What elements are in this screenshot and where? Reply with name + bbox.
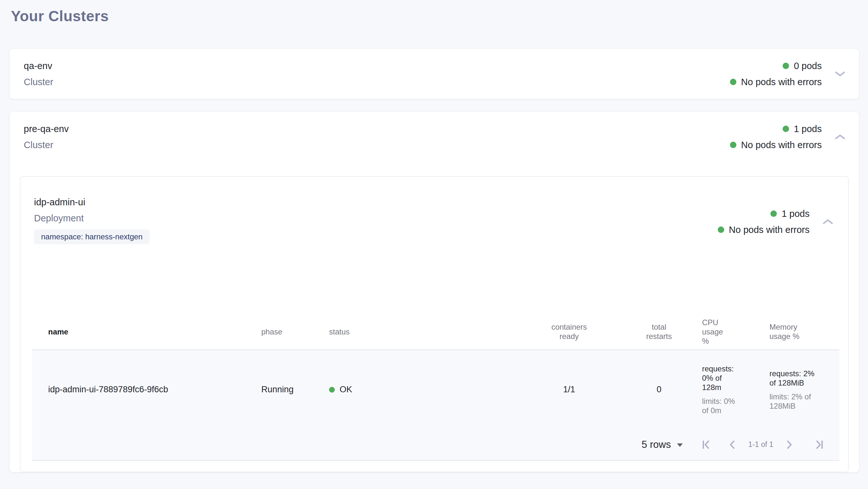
cluster-identity: pre-qa-env Cluster [24,121,69,153]
first-page-button[interactable] [702,440,711,450]
deployment-status: 1 pods No pods with errors [718,206,833,238]
cluster-identity: qa-env Cluster [24,58,53,90]
column-header-status: status [319,327,518,336]
pods-count-dot-icon [783,126,789,132]
pods-errors-label: No pods with errors [729,225,810,235]
previous-page-button[interactable] [728,440,737,450]
memory-requests: requests: 2% of 128MiB [770,369,815,387]
pod-total-restarts-cell: 0 [620,384,698,395]
status-ok-dot-icon [329,387,335,393]
namespace-badge: namespace: harness-nextgen [34,229,150,244]
deployment-header[interactable]: idp-admin-ui Deployment namespace: harne… [21,177,848,244]
chevron-up-icon[interactable] [823,219,833,225]
deployment-type: Deployment [34,210,150,226]
column-header-phase: phase [250,327,319,336]
cluster-type: Cluster [24,74,53,90]
pods-errors-dot-icon [730,142,736,148]
cluster-card-qa-env-header[interactable]: qa-env Cluster 0 pods No pods with error… [10,49,859,99]
deployment-identity: idp-admin-ui Deployment namespace: harne… [34,194,150,244]
pods-table: name phase status containers ready total… [32,314,839,461]
pods-errors-label: No pods with errors [741,140,822,150]
column-header-total-restarts: total restarts [620,322,698,341]
cluster-card-pre-qa-env: pre-qa-env Cluster 1 pods No pods with e… [10,112,859,472]
deployment-card-idp-admin-ui: idp-admin-ui Deployment namespace: harne… [20,176,849,472]
last-page-button[interactable] [814,440,824,450]
deployment-name: idp-admin-ui [34,194,150,210]
cluster-card-pre-qa-env-header[interactable]: pre-qa-env Cluster 1 pods No pods with e… [10,112,859,162]
column-header-name: name [32,327,250,336]
table-pagination: 5 rows 1-1 of 1 [32,429,839,460]
column-header-memory-usage: Memory usage % [767,322,840,341]
pods-table-header-row: name phase status containers ready total… [32,314,839,350]
cluster-status-lines: 0 pods No pods with errors [730,58,822,90]
pod-status-cell: OK [319,384,518,395]
cluster-status: 0 pods No pods with errors [730,58,845,90]
status-ok-label: OK [340,384,352,395]
pod-containers-ready-cell: 1/1 [518,384,620,395]
column-header-cpu-usage: CPU usage % [698,318,767,346]
pod-phase-cell: Running [250,384,319,395]
cluster-name: pre-qa-env [24,121,69,137]
pods-errors-status: No pods with errors [730,137,822,153]
pods-count-dot-icon [783,63,789,69]
pods-errors-dot-icon [718,227,724,233]
pod-cpu-usage-cell: requests: 0% of 128m limits: 0% of 0m [698,364,767,415]
pods-count-status: 1 pods [770,206,810,222]
pods-count-status: 0 pods [783,58,822,74]
cluster-name: qa-env [24,58,53,74]
chevron-up-icon[interactable] [835,134,845,140]
pods-count-label: 0 pods [794,61,822,71]
pod-memory-usage-cell: requests: 2% of 128MiB limits: 2% of 128… [767,369,840,411]
pods-errors-status: No pods with errors [718,222,810,238]
deployment-status-lines: 1 pods No pods with errors [718,206,810,238]
cluster-status-lines: 1 pods No pods with errors [730,121,822,153]
next-page-button[interactable] [784,440,794,450]
cluster-type: Cluster [24,137,69,153]
pods-table-body: idp-admin-ui-7889789fc6-9f6cb Running OK… [32,350,839,461]
caret-down-icon [677,443,683,447]
page-title: Your Clusters [11,7,859,25]
pods-errors-status: No pods with errors [730,74,822,90]
table-row[interactable]: idp-admin-ui-7889789fc6-9f6cb Running OK… [32,350,839,429]
rows-per-page-select[interactable]: 5 rows [642,439,683,451]
pods-count-label: 1 pods [782,208,810,219]
column-header-containers-ready: containers ready [518,322,620,341]
cluster-status: 1 pods No pods with errors [730,121,845,153]
page-range-label: 1-1 of 1 [748,440,773,449]
pods-errors-dot-icon [730,79,736,85]
pods-count-dot-icon [770,210,777,217]
pods-errors-label: No pods with errors [741,77,822,87]
memory-limits: limits: 2% of 128MiB [770,392,815,411]
clusters-page: Your Clusters qa-env Cluster 0 pods No p… [0,0,868,472]
chevron-down-icon[interactable] [835,71,845,77]
pod-name-cell: idp-admin-ui-7889789fc6-9f6cb [32,384,250,395]
cpu-limits: limits: 0% of 0m [702,397,738,415]
pods-count-status: 1 pods [783,121,822,137]
pods-count-label: 1 pods [794,124,822,134]
cpu-requests: requests: 0% of 128m [702,364,738,392]
rows-per-page-label: 5 rows [642,439,671,451]
cluster-card-qa-env: qa-env Cluster 0 pods No pods with error… [10,49,859,99]
deployment-badges: namespace: harness-nextgen [34,229,150,244]
